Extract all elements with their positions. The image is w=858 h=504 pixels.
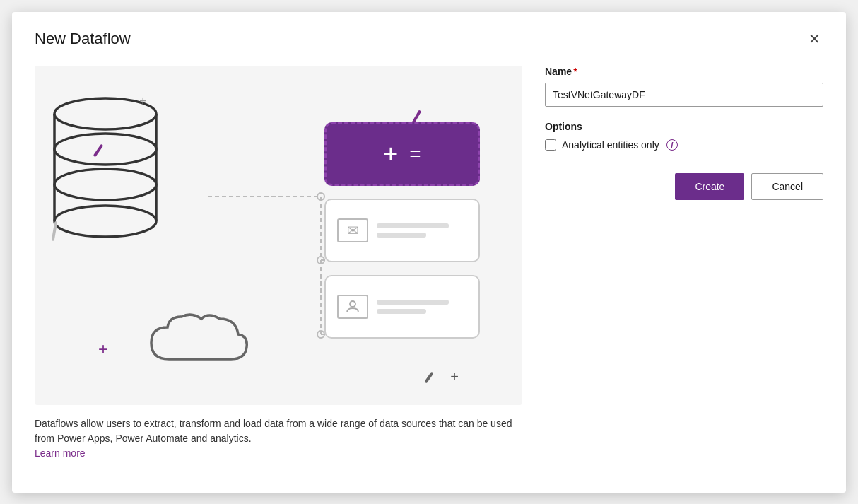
analytical-entities-row: Analytical entities only i bbox=[545, 139, 823, 151]
description-text: Dataflows allow users to extract, transf… bbox=[35, 416, 515, 461]
purple-add-card: + = bbox=[324, 122, 480, 186]
email-card-lines bbox=[377, 223, 467, 238]
deco-cross-bl: + bbox=[98, 339, 108, 359]
deco-plus-br: + bbox=[450, 369, 459, 385]
svg-point-6 bbox=[317, 331, 324, 338]
svg-point-3 bbox=[317, 257, 324, 264]
name-label: Name* bbox=[545, 66, 823, 77]
new-dataflow-dialog: New Dataflow ✕ + + + bbox=[12, 12, 846, 493]
svg-point-11 bbox=[54, 206, 156, 237]
name-label-text: Name bbox=[545, 66, 572, 77]
create-button[interactable]: Create bbox=[675, 173, 744, 200]
database-icon bbox=[35, 66, 176, 264]
cards-area: + = ✉ bbox=[324, 122, 480, 339]
required-star: * bbox=[573, 66, 577, 77]
close-button[interactable]: ✕ bbox=[806, 29, 823, 49]
options-label: Options bbox=[545, 121, 823, 132]
plus-icon: + bbox=[383, 141, 398, 167]
deco-cross-tl: + bbox=[139, 94, 147, 109]
deco-dash-br bbox=[424, 371, 434, 383]
email-line-2 bbox=[377, 233, 426, 238]
email-entity-card: ✉ bbox=[324, 199, 480, 262]
person-line-2 bbox=[377, 309, 426, 314]
cloud-icon bbox=[141, 306, 254, 370]
email-icon: ✉ bbox=[337, 218, 368, 242]
left-panel: + + + bbox=[35, 66, 522, 476]
analytical-entities-label: Analytical entities only bbox=[562, 139, 659, 151]
dialog-body: + + + bbox=[35, 66, 823, 476]
svg-point-1 bbox=[317, 193, 324, 200]
right-panel: Name* Options Analytical entities only i… bbox=[545, 66, 823, 476]
person-card-lines bbox=[377, 300, 467, 314]
illustration-box: + + + bbox=[35, 66, 522, 405]
dialog-footer: Create Cancel bbox=[545, 173, 823, 200]
person-icon bbox=[337, 295, 368, 319]
name-input[interactable] bbox=[545, 83, 823, 107]
svg-point-12 bbox=[54, 134, 156, 165]
info-icon[interactable]: i bbox=[666, 139, 678, 151]
equals-icon: = bbox=[409, 144, 421, 164]
cancel-button[interactable]: Cancel bbox=[751, 173, 823, 200]
svg-point-14 bbox=[350, 301, 355, 307]
learn-more-link[interactable]: Learn more bbox=[35, 447, 86, 459]
person-entity-card bbox=[324, 275, 480, 339]
dialog-header: New Dataflow ✕ bbox=[35, 29, 823, 49]
person-line-1 bbox=[377, 300, 449, 305]
options-group: Options Analytical entities only i bbox=[545, 107, 823, 151]
email-line-1 bbox=[377, 223, 449, 228]
analytical-entities-checkbox[interactable] bbox=[545, 139, 556, 151]
name-field-group: Name* bbox=[545, 66, 823, 107]
svg-point-13 bbox=[54, 169, 156, 200]
description-body: Dataflows allow users to extract, transf… bbox=[35, 418, 512, 444]
dialog-title: New Dataflow bbox=[35, 30, 131, 48]
